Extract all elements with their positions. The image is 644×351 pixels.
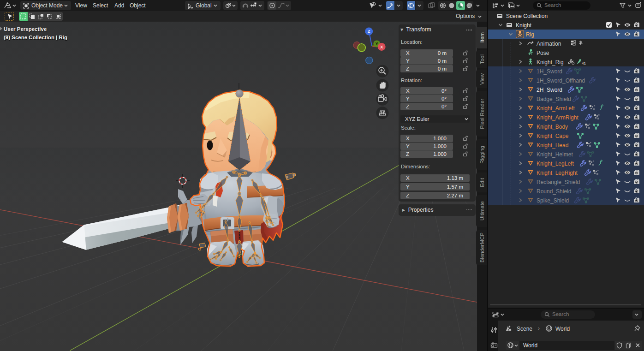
svg-text:X: X [380, 45, 383, 49]
svg-text:41: 41 [582, 61, 586, 65]
svg-text:Z: Z [368, 29, 370, 34]
svg-text:Y: Y [376, 42, 378, 46]
